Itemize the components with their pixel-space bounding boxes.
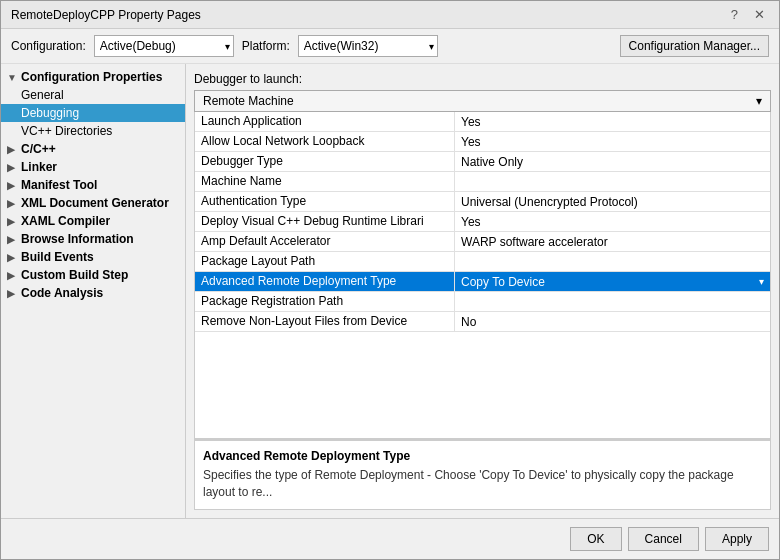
debugger-dropdown[interactable]: Remote Machine ▾ [194, 90, 771, 112]
prop-name: Amp Default Accelerator [195, 232, 455, 251]
prop-value: WARP software accelerator [455, 232, 770, 251]
right-panel: Debugger to launch: Remote Machine ▾ Lau… [186, 64, 779, 518]
prop-row-package-layout[interactable]: Package Layout Path [195, 252, 770, 272]
title-controls: ? ✕ [727, 7, 769, 22]
window-title: RemoteDeployCPP Property Pages [11, 8, 201, 22]
description-title: Advanced Remote Deployment Type [203, 449, 762, 463]
main-content: ▼ Configuration Properties General Debug… [1, 64, 779, 518]
prop-value: Yes [455, 212, 770, 231]
expand-icon: ▶ [7, 234, 19, 245]
config-row: Configuration: Active(Debug) Platform: A… [1, 29, 779, 64]
sidebar-item-manifest[interactable]: ▶ Manifest Tool [1, 176, 185, 194]
sidebar-item-code-analysis[interactable]: ▶ Code Analysis [1, 284, 185, 302]
sidebar-item-label: Code Analysis [21, 286, 103, 300]
sidebar-item-label: C/C++ [21, 142, 56, 156]
sidebar-item-label: VC++ Directories [21, 124, 112, 138]
ok-button[interactable]: OK [570, 527, 621, 551]
prop-name: Advanced Remote Deployment Type [195, 272, 455, 291]
prop-value: Copy To Device ▾ [455, 272, 770, 291]
prop-row-pkg-reg-path[interactable]: Package Registration Path [195, 292, 770, 312]
sidebar-item-vc-dirs[interactable]: VC++ Directories [1, 122, 185, 140]
prop-value: Yes [455, 112, 770, 131]
bottom-buttons: OK Cancel Apply [1, 518, 779, 559]
prop-value: Universal (Unencrypted Protocol) [455, 192, 770, 211]
sidebar-item-label: Linker [21, 160, 57, 174]
apply-button[interactable]: Apply [705, 527, 769, 551]
sidebar-item-label: Custom Build Step [21, 268, 128, 282]
config-label: Configuration: [11, 39, 86, 53]
help-button[interactable]: ? [727, 7, 742, 22]
title-bar: RemoteDeployCPP Property Pages ? ✕ [1, 1, 779, 29]
config-select[interactable]: Active(Debug) [94, 35, 234, 57]
sidebar: ▼ Configuration Properties General Debug… [1, 64, 186, 518]
expand-icon: ▼ [7, 72, 19, 83]
prop-name: Debugger Type [195, 152, 455, 171]
prop-row-launch[interactable]: Launch Application Yes [195, 112, 770, 132]
prop-value [455, 252, 770, 271]
expand-icon: ▶ [7, 270, 19, 281]
prop-name: Launch Application [195, 112, 455, 131]
expand-icon: ▶ [7, 144, 19, 155]
sidebar-item-browse[interactable]: ▶ Browse Information [1, 230, 185, 248]
prop-name: Deploy Visual C++ Debug Runtime Librari [195, 212, 455, 231]
prop-row-loopback[interactable]: Allow Local Network Loopback Yes [195, 132, 770, 152]
prop-value [455, 292, 770, 311]
sidebar-item-label: Browse Information [21, 232, 134, 246]
cancel-button[interactable]: Cancel [628, 527, 699, 551]
prop-dropdown-icon[interactable]: ▾ [759, 276, 764, 287]
dropdown-arrow-icon: ▾ [756, 94, 762, 108]
expand-icon: ▶ [7, 162, 19, 173]
prop-row-remove-non-layout[interactable]: Remove Non-Layout Files from Device No [195, 312, 770, 332]
prop-name: Package Registration Path [195, 292, 455, 311]
sidebar-item-label: General [21, 88, 64, 102]
sidebar-item-general[interactable]: General [1, 86, 185, 104]
sidebar-item-config-props[interactable]: ▼ Configuration Properties [1, 68, 185, 86]
main-window: RemoteDeployCPP Property Pages ? ✕ Confi… [0, 0, 780, 560]
platform-label: Platform: [242, 39, 290, 53]
platform-select[interactable]: Active(Win32) [298, 35, 438, 57]
prop-row-deploy-vcrt[interactable]: Deploy Visual C++ Debug Runtime Librari … [195, 212, 770, 232]
sidebar-item-label: Build Events [21, 250, 94, 264]
expand-icon: ▶ [7, 216, 19, 227]
expand-icon: ▶ [7, 288, 19, 299]
debugger-label: Debugger to launch: [194, 72, 771, 86]
config-select-wrapper: Active(Debug) [94, 35, 234, 57]
sidebar-item-label: Configuration Properties [21, 70, 162, 84]
sidebar-item-cpp[interactable]: ▶ C/C++ [1, 140, 185, 158]
prop-name: Authentication Type [195, 192, 455, 211]
sidebar-item-xaml[interactable]: ▶ XAML Compiler [1, 212, 185, 230]
config-manager-button[interactable]: Configuration Manager... [620, 35, 769, 57]
sidebar-item-custom-build[interactable]: ▶ Custom Build Step [1, 266, 185, 284]
sidebar-item-linker[interactable]: ▶ Linker [1, 158, 185, 176]
sidebar-item-label: Manifest Tool [21, 178, 97, 192]
sidebar-item-xml-doc[interactable]: ▶ XML Document Generator [1, 194, 185, 212]
sidebar-item-label: Debugging [21, 106, 79, 120]
prop-name: Remove Non-Layout Files from Device [195, 312, 455, 331]
prop-name: Machine Name [195, 172, 455, 191]
debugger-dropdown-value: Remote Machine [203, 94, 294, 108]
prop-row-amp-accel[interactable]: Amp Default Accelerator WARP software ac… [195, 232, 770, 252]
sidebar-item-debugging[interactable]: Debugging [1, 104, 185, 122]
prop-value: Native Only [455, 152, 770, 171]
properties-grid: Launch Application Yes Allow Local Netwo… [194, 112, 771, 439]
prop-row-adv-deploy-type[interactable]: Advanced Remote Deployment Type Copy To … [195, 272, 770, 292]
prop-name: Package Layout Path [195, 252, 455, 271]
expand-icon: ▶ [7, 198, 19, 209]
close-button[interactable]: ✕ [750, 7, 769, 22]
prop-row-auth-type[interactable]: Authentication Type Universal (Unencrypt… [195, 192, 770, 212]
sidebar-item-build-events[interactable]: ▶ Build Events [1, 248, 185, 266]
sidebar-item-label: XML Document Generator [21, 196, 169, 210]
prop-row-debugger-type[interactable]: Debugger Type Native Only [195, 152, 770, 172]
platform-select-wrapper: Active(Win32) [298, 35, 438, 57]
prop-value: Yes [455, 132, 770, 151]
description-panel: Advanced Remote Deployment Type Specifie… [194, 439, 771, 510]
prop-row-machine-name[interactable]: Machine Name [195, 172, 770, 192]
expand-icon: ▶ [7, 252, 19, 263]
prop-name: Allow Local Network Loopback [195, 132, 455, 151]
description-text: Specifies the type of Remote Deployment … [203, 467, 762, 501]
expand-icon: ▶ [7, 180, 19, 191]
sidebar-item-label: XAML Compiler [21, 214, 110, 228]
prop-value: No [455, 312, 770, 331]
prop-value [455, 172, 770, 191]
